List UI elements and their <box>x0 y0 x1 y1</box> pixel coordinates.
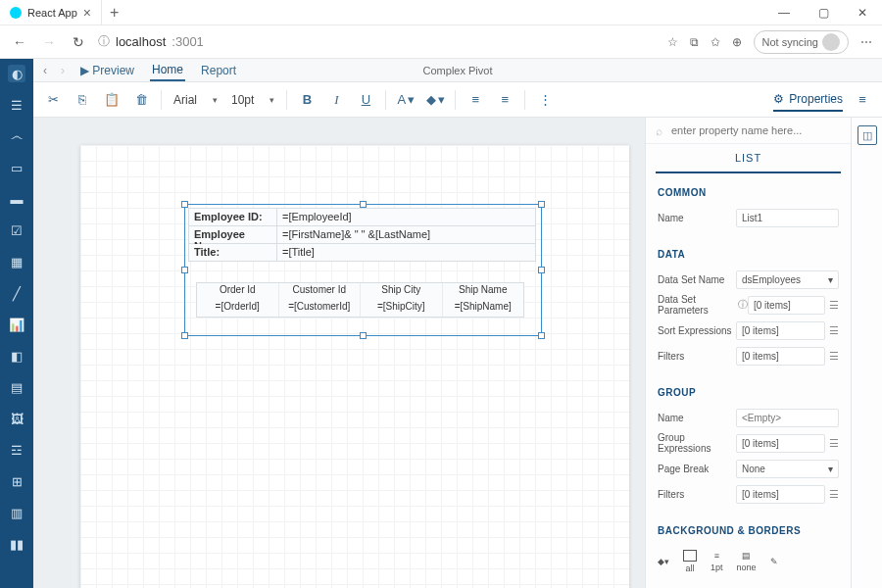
border-style-button[interactable]: ▤none <box>737 551 757 572</box>
spine-table-icon[interactable]: ▦ <box>8 253 25 270</box>
report-page[interactable]: Employee ID:=[EmployeeId] Employee Name:… <box>80 145 629 588</box>
spine-chart-icon[interactable]: 📊 <box>8 316 25 333</box>
params-box[interactable]: [0 items] <box>748 296 825 315</box>
star-icon[interactable]: ☆ <box>667 35 678 49</box>
col-header[interactable]: Order Id <box>197 283 279 300</box>
more-options-icon[interactable]: ⋮ <box>535 90 555 110</box>
info-icon[interactable]: ⓘ <box>738 298 748 312</box>
col-header[interactable]: Ship Name <box>443 283 524 300</box>
groupexpr-box[interactable]: [0 items] <box>736 434 825 453</box>
spine-tree-icon[interactable]: ෴ <box>8 127 25 145</box>
underline-icon[interactable]: U <box>356 90 375 110</box>
section-header: GROUP <box>658 387 839 398</box>
size-select[interactable]: 10pt▾ <box>229 91 276 109</box>
cut-icon[interactable]: ✂ <box>43 90 63 110</box>
spine-bars-icon[interactable]: ▮▮ <box>8 535 25 553</box>
report-tab[interactable]: Report <box>199 61 238 80</box>
align-center-icon[interactable]: ≡ <box>495 90 514 110</box>
property-search-input[interactable] <box>656 124 841 136</box>
dataset-select[interactable]: dsEmployees▾ <box>736 270 839 289</box>
more-icon[interactable]: ⋯ <box>860 35 872 49</box>
edit-list-icon[interactable]: ☰ <box>829 437 839 450</box>
refresh-icon[interactable]: ↻ <box>69 34 88 50</box>
resize-handle[interactable] <box>181 332 188 339</box>
field-expr[interactable]: =[Title] <box>277 244 535 261</box>
home-tab[interactable]: Home <box>150 60 185 81</box>
border-width-button[interactable]: ≡1pt <box>710 551 723 572</box>
favorites-icon[interactable]: ✩ <box>710 35 720 49</box>
resize-handle[interactable] <box>538 201 545 208</box>
border-all-button[interactable]: all <box>683 550 697 573</box>
paste-icon[interactable]: 📋 <box>102 90 122 110</box>
cell-expr[interactable]: =[ShipCity] <box>361 300 443 317</box>
cell-expr[interactable]: =[OrderId] <box>197 300 279 317</box>
pagebreak-select[interactable]: None▾ <box>736 460 839 478</box>
address-bar[interactable]: ⓘ localhost:3001 <box>98 33 658 50</box>
resize-handle[interactable] <box>181 201 188 208</box>
group-name-input[interactable] <box>736 409 839 427</box>
spine-cursor-icon[interactable]: ◐ <box>8 65 25 82</box>
group-filters-box[interactable]: [0 items] <box>736 485 825 504</box>
sync-button[interactable]: Not syncing <box>754 30 849 54</box>
close-tab-icon[interactable]: × <box>83 5 91 21</box>
copy-icon[interactable]: ⎘ <box>73 90 92 110</box>
resize-handle[interactable] <box>181 267 188 273</box>
panel-toggle-icon[interactable]: ◫ <box>858 125 877 145</box>
collections-icon[interactable]: ⊕ <box>732 35 742 49</box>
field-expr[interactable]: =[EmployeeId] <box>277 209 535 225</box>
cell-expr[interactable]: =[ShipName] <box>443 300 524 317</box>
resize-handle[interactable] <box>360 201 367 208</box>
spine-container-icon[interactable]: ▭ <box>8 159 25 176</box>
edit-list-icon[interactable]: ☰ <box>829 350 839 363</box>
maximize-icon[interactable]: ▢ <box>804 0 843 25</box>
field-expr[interactable]: =[FirstName]& " " &[LastName] <box>277 226 535 243</box>
back-icon[interactable]: ← <box>10 34 29 50</box>
edit-list-icon[interactable]: ☰ <box>829 324 839 337</box>
browser-tab[interactable]: React App × <box>0 0 102 25</box>
resize-handle[interactable] <box>538 267 545 273</box>
spine-image-icon[interactable]: 🖼 <box>8 410 25 427</box>
col-header[interactable]: Customer Id <box>279 283 362 300</box>
redo-icon[interactable]: › <box>61 64 65 77</box>
edit-list-icon[interactable]: ☰ <box>829 299 839 312</box>
italic-icon[interactable]: I <box>326 90 346 110</box>
filters-box[interactable]: [0 items] <box>736 347 825 366</box>
list-tab[interactable]: LIST <box>656 144 841 173</box>
sort-box[interactable]: [0 items] <box>736 321 825 340</box>
align-left-icon[interactable]: ≡ <box>466 90 485 110</box>
spine-line-icon[interactable]: ╱ <box>8 284 25 302</box>
bg-color-button[interactable]: ◆▾ <box>658 557 669 566</box>
resize-handle[interactable] <box>538 332 545 339</box>
cell-expr[interactable]: =[CustomerId] <box>279 300 362 317</box>
font-color-icon[interactable]: A ▾ <box>396 90 416 110</box>
reader-icon[interactable]: ⧉ <box>690 35 699 49</box>
spine-menu-icon[interactable]: ☰ <box>8 96 25 114</box>
spine-grid-icon[interactable]: ⊞ <box>8 472 25 490</box>
table-block[interactable]: Order Id Customer Id Ship City Ship Name… <box>196 282 524 318</box>
properties-tab[interactable]: ⚙ Properties <box>773 92 843 112</box>
spine-check-icon[interactable]: ☑ <box>8 221 25 239</box>
resize-handle[interactable] <box>360 332 367 339</box>
data-icon[interactable]: ≡ <box>853 90 872 110</box>
spine-shape-icon[interactable]: ◧ <box>8 347 25 365</box>
col-header[interactable]: Ship City <box>361 283 443 300</box>
spine-doc-icon[interactable]: ▤ <box>8 378 25 396</box>
form-block[interactable]: Employee ID:=[EmployeeId] Employee Name:… <box>188 208 536 261</box>
edit-list-icon[interactable]: ☰ <box>829 488 839 501</box>
info-icon: ⓘ <box>98 33 110 50</box>
close-window-icon[interactable]: ✕ <box>843 0 882 25</box>
fill-color-icon[interactable]: ◆ ▾ <box>425 90 445 110</box>
font-select[interactable]: Arial▾ <box>172 91 220 109</box>
minimize-icon[interactable]: — <box>764 0 804 25</box>
undo-icon[interactable]: ‹ <box>43 64 47 77</box>
forward-icon[interactable]: → <box>39 34 59 50</box>
delete-icon[interactable]: 🗑 <box>131 90 151 110</box>
preview-tab[interactable]: ▶ Preview <box>78 61 136 80</box>
name-input[interactable] <box>736 209 839 227</box>
spine-data-icon[interactable]: ▥ <box>8 504 25 521</box>
border-color-button[interactable]: ✎ <box>770 557 778 566</box>
spine-list-icon[interactable]: ☲ <box>8 441 25 459</box>
spine-text-icon[interactable]: ▬ <box>8 190 25 208</box>
new-tab-button[interactable]: + <box>102 4 126 22</box>
bold-icon[interactable]: B <box>297 90 317 110</box>
